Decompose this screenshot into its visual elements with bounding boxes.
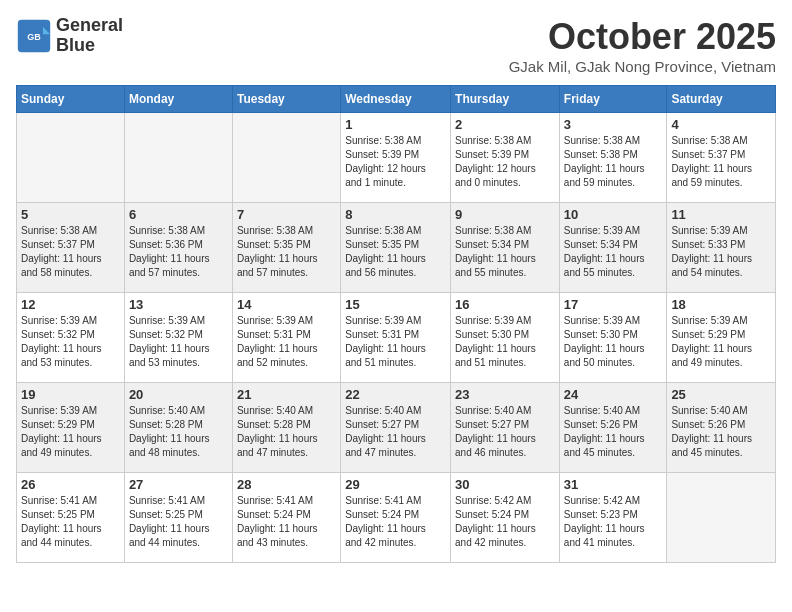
day-info: Sunrise: 5:39 AM Sunset: 5:33 PM Dayligh… bbox=[671, 224, 771, 280]
week-row-3: 12Sunrise: 5:39 AM Sunset: 5:32 PM Dayli… bbox=[17, 293, 776, 383]
day-info: Sunrise: 5:39 AM Sunset: 5:29 PM Dayligh… bbox=[21, 404, 120, 460]
day-number: 15 bbox=[345, 297, 446, 312]
location-title: GJak Mil, GJak Nong Province, Vietnam bbox=[509, 58, 776, 75]
day-info: Sunrise: 5:39 AM Sunset: 5:29 PM Dayligh… bbox=[671, 314, 771, 370]
calendar-cell: 27Sunrise: 5:41 AM Sunset: 5:25 PM Dayli… bbox=[124, 473, 232, 563]
day-number: 29 bbox=[345, 477, 446, 492]
day-number: 5 bbox=[21, 207, 120, 222]
day-info: Sunrise: 5:39 AM Sunset: 5:30 PM Dayligh… bbox=[455, 314, 555, 370]
day-number: 18 bbox=[671, 297, 771, 312]
day-info: Sunrise: 5:38 AM Sunset: 5:39 PM Dayligh… bbox=[345, 134, 446, 190]
day-info: Sunrise: 5:38 AM Sunset: 5:37 PM Dayligh… bbox=[671, 134, 771, 190]
day-number: 31 bbox=[564, 477, 663, 492]
calendar-cell: 1Sunrise: 5:38 AM Sunset: 5:39 PM Daylig… bbox=[341, 113, 451, 203]
day-info: Sunrise: 5:38 AM Sunset: 5:35 PM Dayligh… bbox=[237, 224, 336, 280]
day-info: Sunrise: 5:41 AM Sunset: 5:25 PM Dayligh… bbox=[129, 494, 228, 550]
logo-line2: Blue bbox=[56, 35, 95, 55]
day-number: 16 bbox=[455, 297, 555, 312]
day-info: Sunrise: 5:40 AM Sunset: 5:28 PM Dayligh… bbox=[129, 404, 228, 460]
day-number: 14 bbox=[237, 297, 336, 312]
day-info: Sunrise: 5:39 AM Sunset: 5:31 PM Dayligh… bbox=[345, 314, 446, 370]
day-number: 2 bbox=[455, 117, 555, 132]
day-number: 24 bbox=[564, 387, 663, 402]
day-number: 3 bbox=[564, 117, 663, 132]
day-number: 17 bbox=[564, 297, 663, 312]
calendar-cell: 19Sunrise: 5:39 AM Sunset: 5:29 PM Dayli… bbox=[17, 383, 125, 473]
day-number: 21 bbox=[237, 387, 336, 402]
day-number: 1 bbox=[345, 117, 446, 132]
calendar-cell: 23Sunrise: 5:40 AM Sunset: 5:27 PM Dayli… bbox=[451, 383, 560, 473]
calendar-cell: 8Sunrise: 5:38 AM Sunset: 5:35 PM Daylig… bbox=[341, 203, 451, 293]
day-info: Sunrise: 5:41 AM Sunset: 5:25 PM Dayligh… bbox=[21, 494, 120, 550]
calendar-cell: 22Sunrise: 5:40 AM Sunset: 5:27 PM Dayli… bbox=[341, 383, 451, 473]
calendar-cell: 6Sunrise: 5:38 AM Sunset: 5:36 PM Daylig… bbox=[124, 203, 232, 293]
day-info: Sunrise: 5:40 AM Sunset: 5:26 PM Dayligh… bbox=[564, 404, 663, 460]
day-info: Sunrise: 5:39 AM Sunset: 5:31 PM Dayligh… bbox=[237, 314, 336, 370]
day-info: Sunrise: 5:40 AM Sunset: 5:27 PM Dayligh… bbox=[345, 404, 446, 460]
day-number: 30 bbox=[455, 477, 555, 492]
day-info: Sunrise: 5:40 AM Sunset: 5:28 PM Dayligh… bbox=[237, 404, 336, 460]
weekday-header-monday: Monday bbox=[124, 86, 232, 113]
day-number: 22 bbox=[345, 387, 446, 402]
calendar-cell: 9Sunrise: 5:38 AM Sunset: 5:34 PM Daylig… bbox=[451, 203, 560, 293]
day-info: Sunrise: 5:38 AM Sunset: 5:39 PM Dayligh… bbox=[455, 134, 555, 190]
day-number: 26 bbox=[21, 477, 120, 492]
calendar-cell: 16Sunrise: 5:39 AM Sunset: 5:30 PM Dayli… bbox=[451, 293, 560, 383]
weekday-header-thursday: Thursday bbox=[451, 86, 560, 113]
day-info: Sunrise: 5:39 AM Sunset: 5:32 PM Dayligh… bbox=[129, 314, 228, 370]
calendar-cell bbox=[124, 113, 232, 203]
calendar-cell bbox=[232, 113, 340, 203]
calendar-cell: 15Sunrise: 5:39 AM Sunset: 5:31 PM Dayli… bbox=[341, 293, 451, 383]
week-row-5: 26Sunrise: 5:41 AM Sunset: 5:25 PM Dayli… bbox=[17, 473, 776, 563]
week-row-2: 5Sunrise: 5:38 AM Sunset: 5:37 PM Daylig… bbox=[17, 203, 776, 293]
calendar-cell: 30Sunrise: 5:42 AM Sunset: 5:24 PM Dayli… bbox=[451, 473, 560, 563]
day-number: 23 bbox=[455, 387, 555, 402]
day-info: Sunrise: 5:40 AM Sunset: 5:26 PM Dayligh… bbox=[671, 404, 771, 460]
calendar-cell: 2Sunrise: 5:38 AM Sunset: 5:39 PM Daylig… bbox=[451, 113, 560, 203]
day-info: Sunrise: 5:38 AM Sunset: 5:35 PM Dayligh… bbox=[345, 224, 446, 280]
day-number: 6 bbox=[129, 207, 228, 222]
day-number: 12 bbox=[21, 297, 120, 312]
day-number: 28 bbox=[237, 477, 336, 492]
day-info: Sunrise: 5:38 AM Sunset: 5:38 PM Dayligh… bbox=[564, 134, 663, 190]
calendar-cell: 5Sunrise: 5:38 AM Sunset: 5:37 PM Daylig… bbox=[17, 203, 125, 293]
day-info: Sunrise: 5:38 AM Sunset: 5:34 PM Dayligh… bbox=[455, 224, 555, 280]
svg-text:GB: GB bbox=[27, 31, 41, 41]
logo-line1: General bbox=[56, 16, 123, 36]
calendar-cell: 25Sunrise: 5:40 AM Sunset: 5:26 PM Dayli… bbox=[667, 383, 776, 473]
month-title: October 2025 bbox=[509, 16, 776, 58]
day-number: 11 bbox=[671, 207, 771, 222]
weekday-header-wednesday: Wednesday bbox=[341, 86, 451, 113]
day-info: Sunrise: 5:39 AM Sunset: 5:34 PM Dayligh… bbox=[564, 224, 663, 280]
day-number: 8 bbox=[345, 207, 446, 222]
weekday-header-friday: Friday bbox=[559, 86, 667, 113]
week-row-1: 1Sunrise: 5:38 AM Sunset: 5:39 PM Daylig… bbox=[17, 113, 776, 203]
weekday-header-sunday: Sunday bbox=[17, 86, 125, 113]
calendar-cell: 10Sunrise: 5:39 AM Sunset: 5:34 PM Dayli… bbox=[559, 203, 667, 293]
calendar-cell: 26Sunrise: 5:41 AM Sunset: 5:25 PM Dayli… bbox=[17, 473, 125, 563]
calendar-cell: 21Sunrise: 5:40 AM Sunset: 5:28 PM Dayli… bbox=[232, 383, 340, 473]
calendar-cell: 12Sunrise: 5:39 AM Sunset: 5:32 PM Dayli… bbox=[17, 293, 125, 383]
day-info: Sunrise: 5:39 AM Sunset: 5:32 PM Dayligh… bbox=[21, 314, 120, 370]
week-row-4: 19Sunrise: 5:39 AM Sunset: 5:29 PM Dayli… bbox=[17, 383, 776, 473]
calendar-cell: 31Sunrise: 5:42 AM Sunset: 5:23 PM Dayli… bbox=[559, 473, 667, 563]
day-info: Sunrise: 5:40 AM Sunset: 5:27 PM Dayligh… bbox=[455, 404, 555, 460]
day-number: 13 bbox=[129, 297, 228, 312]
calendar-cell: 28Sunrise: 5:41 AM Sunset: 5:24 PM Dayli… bbox=[232, 473, 340, 563]
calendar-cell: 24Sunrise: 5:40 AM Sunset: 5:26 PM Dayli… bbox=[559, 383, 667, 473]
calendar-cell bbox=[17, 113, 125, 203]
day-info: Sunrise: 5:42 AM Sunset: 5:23 PM Dayligh… bbox=[564, 494, 663, 550]
weekday-header-saturday: Saturday bbox=[667, 86, 776, 113]
calendar-table: SundayMondayTuesdayWednesdayThursdayFrid… bbox=[16, 85, 776, 563]
day-number: 4 bbox=[671, 117, 771, 132]
calendar-cell: 17Sunrise: 5:39 AM Sunset: 5:30 PM Dayli… bbox=[559, 293, 667, 383]
weekday-header-tuesday: Tuesday bbox=[232, 86, 340, 113]
calendar-cell: 18Sunrise: 5:39 AM Sunset: 5:29 PM Dayli… bbox=[667, 293, 776, 383]
calendar-cell: 3Sunrise: 5:38 AM Sunset: 5:38 PM Daylig… bbox=[559, 113, 667, 203]
calendar-cell bbox=[667, 473, 776, 563]
day-number: 27 bbox=[129, 477, 228, 492]
page-header: GB General Blue October 2025 GJak Mil, G… bbox=[16, 16, 776, 75]
day-number: 10 bbox=[564, 207, 663, 222]
logo-icon: GB bbox=[16, 18, 52, 54]
calendar-cell: 4Sunrise: 5:38 AM Sunset: 5:37 PM Daylig… bbox=[667, 113, 776, 203]
